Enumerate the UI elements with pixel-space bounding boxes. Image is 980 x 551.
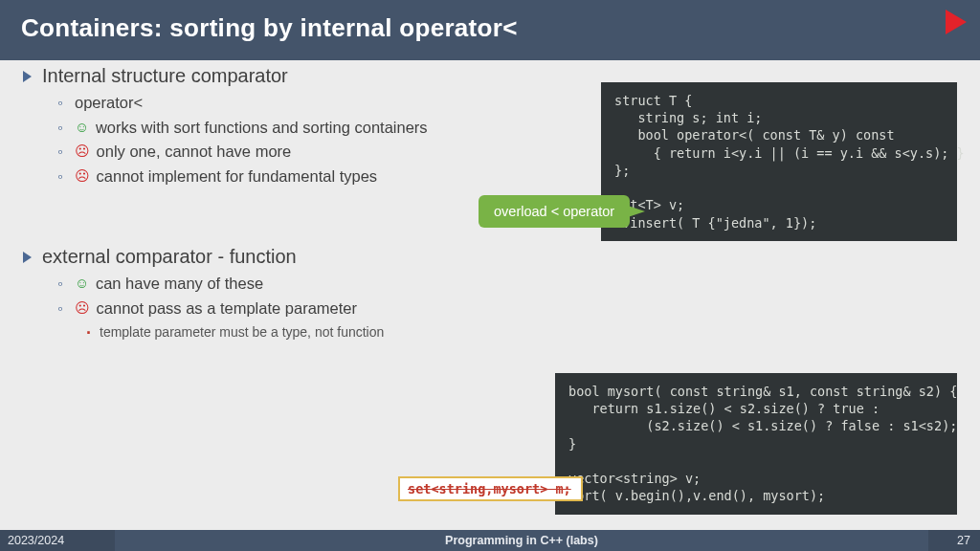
slide-content: Internal structure comparator operator< … bbox=[21, 65, 959, 522]
section-external-comparator: external comparator - function ☺ can hav… bbox=[21, 246, 959, 343]
footer-page: 27 bbox=[928, 530, 980, 551]
invalid-snippet: set<string,mysort> m; bbox=[398, 476, 583, 501]
list-item: ☹ cannot pass as a template parameter te… bbox=[75, 297, 959, 343]
list-item: ☺ can have many of these bbox=[75, 272, 959, 297]
section-title: external comparator - function bbox=[42, 246, 959, 268]
code-block-struct: struct T { string s; int i; bool operato… bbox=[601, 82, 957, 241]
sad-icon: ☹ bbox=[75, 299, 90, 316]
smile-icon: ☺ bbox=[75, 119, 89, 135]
footer-year: 2023/2024 bbox=[0, 530, 115, 551]
sub-bullet-list: template parameter must be a type, not f… bbox=[100, 322, 959, 343]
callout-overload: overload < operator bbox=[479, 195, 630, 228]
slide-title: Containers: sorting by internal operator… bbox=[21, 13, 959, 43]
code-block-mysort: bool mysort( const string& s1, const str… bbox=[555, 373, 957, 515]
footer-course: Programming in C++ (labs) bbox=[115, 534, 928, 547]
list-item: template parameter must be a type, not f… bbox=[100, 322, 959, 343]
sad-icon: ☹ bbox=[75, 167, 90, 184]
sad-icon: ☹ bbox=[75, 143, 90, 159]
smile-icon: ☺ bbox=[75, 275, 89, 291]
play-icon[interactable] bbox=[946, 10, 967, 34]
slide-footer: 2023/2024 Programming in C++ (labs) 27 bbox=[0, 530, 980, 551]
bullet-list: ☺ can have many of these ☹ cannot pass a… bbox=[75, 272, 959, 343]
slide-header: Containers: sorting by internal operator… bbox=[0, 0, 980, 60]
slide: Containers: sorting by internal operator… bbox=[0, 0, 980, 551]
